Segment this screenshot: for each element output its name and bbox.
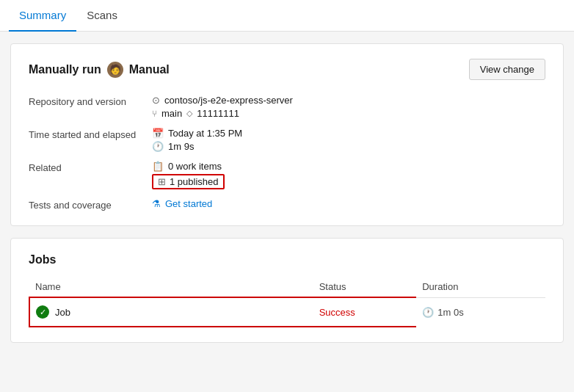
col-header-duration: Duration: [416, 277, 545, 297]
avatar: 🧑: [107, 62, 123, 78]
view-change-button[interactable]: View change: [469, 59, 545, 80]
related-value: 📋 0 work items ⊞ 1 published: [152, 161, 545, 189]
time-started: Today at 1:35 PM: [168, 128, 242, 139]
duration-icon: 🕐: [422, 307, 434, 318]
manual-label: Manual: [129, 63, 170, 76]
repo-value: ⊙ contoso/js-e2e-express-server ⑂ main ◇…: [152, 95, 545, 119]
repo-name: contoso/js-e2e-express-server: [164, 95, 293, 106]
summary-header: Manually run 🧑 Manual View change: [29, 59, 545, 80]
branch-name: main: [161, 108, 182, 119]
elapsed-time: 1m 9s: [168, 141, 194, 152]
commit-icon: ◇: [186, 109, 192, 118]
summary-card: Manually run 🧑 Manual View change Reposi…: [10, 43, 564, 226]
main-content: Manually run 🧑 Manual View change Reposi…: [0, 32, 574, 355]
jobs-title: Jobs: [29, 253, 545, 266]
info-grid: Repository and version ⊙ contoso/js-e2e-…: [29, 95, 545, 211]
calendar-icon: 📅: [152, 128, 164, 139]
job-name-cell: ✓ Job: [29, 297, 313, 327]
table-header-row: Name Status Duration: [29, 277, 545, 297]
summary-title: Manually run 🧑 Manual: [29, 62, 170, 78]
job-duration-cell: 🕐 1m 0s: [416, 297, 545, 327]
workitem-icon: 📋: [152, 161, 164, 172]
repo-label: Repository and version: [29, 95, 146, 119]
col-header-name: Name: [29, 277, 313, 297]
work-items: 0 work items: [168, 161, 222, 172]
branch-icon: ⑂: [152, 109, 157, 119]
tab-scans[interactable]: Scans: [76, 0, 128, 32]
commit-hash: 11111111: [197, 108, 239, 119]
table-row[interactable]: ✓ Job Success 🕐 1m 0s: [29, 297, 545, 327]
col-header-status: Status: [313, 277, 417, 297]
manually-run-label: Manually run: [29, 63, 101, 76]
get-started-link[interactable]: Get started: [165, 198, 212, 209]
github-icon: ⊙: [152, 95, 160, 106]
published-box[interactable]: ⊞ 1 published: [152, 174, 225, 189]
tab-summary[interactable]: Summary: [9, 0, 76, 32]
tab-bar: Summary Scans: [0, 0, 574, 32]
success-icon: ✓: [36, 305, 49, 319]
job-status-cell: Success: [313, 297, 417, 327]
job-name: Job: [55, 307, 70, 318]
time-label: Time started and elapsed: [29, 128, 146, 152]
related-label: Related: [29, 161, 146, 189]
clock-icon: 🕐: [152, 141, 164, 152]
jobs-table: Name Status Duration ✓ Job: [29, 277, 545, 327]
published-count: 1 published: [170, 176, 219, 187]
tests-label: Tests and coverage: [29, 198, 146, 211]
time-value: 📅 Today at 1:35 PM 🕐 1m 9s: [152, 128, 545, 152]
jobs-table-wrapper: Name Status Duration ✓ Job: [29, 277, 545, 327]
publish-icon: ⊞: [158, 176, 166, 187]
jobs-card: Jobs Name Status Duration ✓ Job: [10, 238, 564, 343]
status-badge: Success: [319, 307, 355, 318]
tests-value: ⚗ Get started: [152, 198, 545, 211]
duration-value: 1m 0s: [437, 307, 463, 318]
flask-icon: ⚗: [152, 198, 161, 209]
